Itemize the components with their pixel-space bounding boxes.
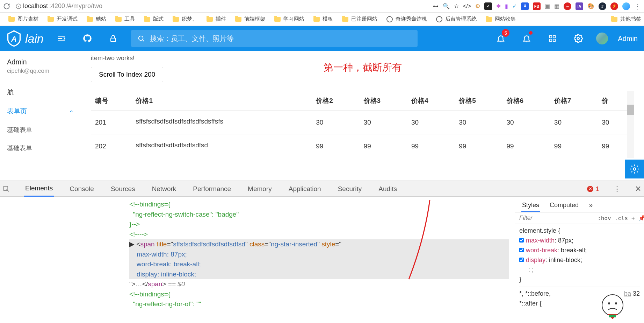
scroll-to-index-button[interactable]: Scroll To Index 200 [91,67,163,82]
more-tabs-icon[interactable]: » [588,199,593,212]
table-row[interactable]: 201 sffsfsdfsdfsdfsdfsdfsdfsdsffsfs 30 3… [91,111,627,134]
bookmark-item[interactable]: 图片素材 [8,16,38,22]
more-icon[interactable]: ⋮ [613,184,621,194]
bookmark-item[interactable]: 其他书签 [611,16,641,22]
menu-icon[interactable]: ⋮ [634,2,641,10]
folder-icon [313,17,320,22]
error-count[interactable]: ✕1 [587,185,599,193]
sidebar-user: Admin cipchk@qq.com [0,58,81,83]
url-display[interactable]: localhost:4200/#/mypro/two [15,2,102,10]
tab-security[interactable]: Security [337,182,363,196]
app-logo[interactable]: A lain [6,30,44,47]
add-rule-icon[interactable]: + [631,215,635,222]
ext-icon[interactable]: ✓ [512,3,517,9]
col-price4: 价格4 [407,91,455,111]
tab-audits[interactable]: Audits [377,182,398,196]
computed-tab[interactable]: Computed [549,199,579,212]
apps-icon[interactable] [544,30,560,47]
svg-point-14 [577,37,580,40]
ext-icon[interactable]: ⬇ [521,2,529,10]
sidebar-sub-item[interactable]: 基础表单 [0,121,81,139]
tab-elements[interactable]: Elements [24,181,54,197]
star-icon[interactable]: ☆ [454,3,459,9]
svg-rect-11 [553,36,555,38]
ext-icon[interactable]: ∞ [564,2,571,10]
inspect-icon[interactable] [3,185,10,192]
lock-icon[interactable] [105,30,121,47]
sidebar-item-form[interactable]: 表单页 [0,102,81,121]
col-price2: 价格2 [312,91,359,111]
avatar[interactable] [596,33,608,44]
ext-icon[interactable]: ⚙ [475,3,480,9]
bookmark-item[interactable]: 工具 [115,16,135,22]
ext-icon[interactable]: ▣ [545,3,550,9]
rule-toggle[interactable] [519,238,524,243]
alert-icon[interactable] [519,30,535,47]
ext-icon[interactable]: # [599,2,606,10]
bookmark-item[interactable]: 已注册网站 [342,16,377,22]
devtools-panel: Elements Console Sources Network Perform… [0,181,644,310]
bookmark-item[interactable]: 网站收集 [486,16,516,22]
github-icon[interactable] [79,30,95,47]
col-price3: 价格3 [360,91,407,111]
ext-icon[interactable]: ✓ [484,2,492,10]
reload-icon[interactable] [3,2,10,10]
chevron-up-icon [69,109,74,114]
elements-tree[interactable]: <!--bindings={ "ng-reflect-ng-switch-cas… [0,197,515,310]
tab-console[interactable]: Console [68,182,95,196]
notification-icon[interactable]: 5 [493,30,509,47]
bookmark-item[interactable]: 开发调试 [48,16,78,22]
rule-toggle[interactable] [519,248,524,252]
sidebar-sub-item[interactable]: 基础表单 [0,139,81,157]
table-row[interactable]: 202 sffsfsdfsdfsdfsdfsdfsdfsd 99 99 99 9… [91,134,627,158]
bookmark-item[interactable]: 织梦、 [173,16,197,22]
bookmark-item[interactable]: 学习网站 [274,16,304,22]
devtools-tabs: Elements Console Sources Network Perform… [0,181,644,197]
rule-toggle[interactable] [519,258,524,262]
bookmark-item[interactable]: 奇迹秀轰炸机 [386,16,427,22]
styles-tab[interactable]: Styles [521,199,540,212]
tab-performance[interactable]: Performance [191,182,232,196]
ext-icon[interactable]: IA [576,2,583,10]
bookmark-item[interactable]: 模板 [313,16,333,22]
search-input[interactable] [150,35,411,43]
bookmark-item[interactable]: 前端框架 [235,16,265,22]
tab-application[interactable]: Application [287,182,323,196]
collapse-icon[interactable] [53,30,70,47]
tab-network[interactable]: Network [151,182,178,196]
site-icon [436,16,442,22]
bookmark-item[interactable]: 后台管理系统 [436,16,477,22]
bookmark-item[interactable]: 版式 [144,16,164,22]
ext-icon[interactable]: ✱ [496,3,501,9]
svg-rect-10 [550,36,552,38]
zoom-icon[interactable]: 🔍 [443,3,450,9]
pin-icon[interactable]: 📌 [638,215,644,222]
bookmark-item[interactable]: 插件 [207,16,226,22]
ext-icon[interactable]: ▮ [505,3,508,9]
ext-icon[interactable]: FB [533,2,541,10]
styles-filter-input[interactable] [519,215,594,222]
close-icon[interactable]: ✕ [635,184,641,194]
ext-icon[interactable] [622,2,630,10]
css-rules[interactable]: element.style { max-width: 87px; word-br… [515,224,644,310]
search-box[interactable] [131,30,418,47]
settings-icon[interactable] [570,30,586,47]
tab-sources[interactable]: Sources [109,182,137,196]
user-label[interactable]: Admin [618,35,638,43]
ext-icon[interactable]: 🎨 [587,3,594,9]
key-icon[interactable]: ⊶ [433,3,439,9]
ext-icon[interactable]: ⚡ [610,2,618,10]
sidebar-nav-header: 航 [0,83,81,102]
folder-icon [48,17,54,22]
col-price1: 价格1 [131,91,312,111]
selected-element[interactable]: ▶ <span title="sffsfsdfsdfsdfsdfsdfsdfsd… [129,239,509,250]
tab-memory[interactable]: Memory [246,182,273,196]
cls-toggle[interactable]: .cls [615,215,628,222]
app-header: A lain 5 Admin [0,26,644,51]
scrollbar[interactable] [627,91,634,158]
ext-icon[interactable]: ▦ [554,3,559,9]
devtools-ext-icon[interactable]: </> [463,3,471,9]
settings-fab[interactable] [625,160,644,178]
bookmark-item[interactable]: 酷站 [87,16,106,22]
hov-toggle[interactable]: :hov [598,215,611,222]
